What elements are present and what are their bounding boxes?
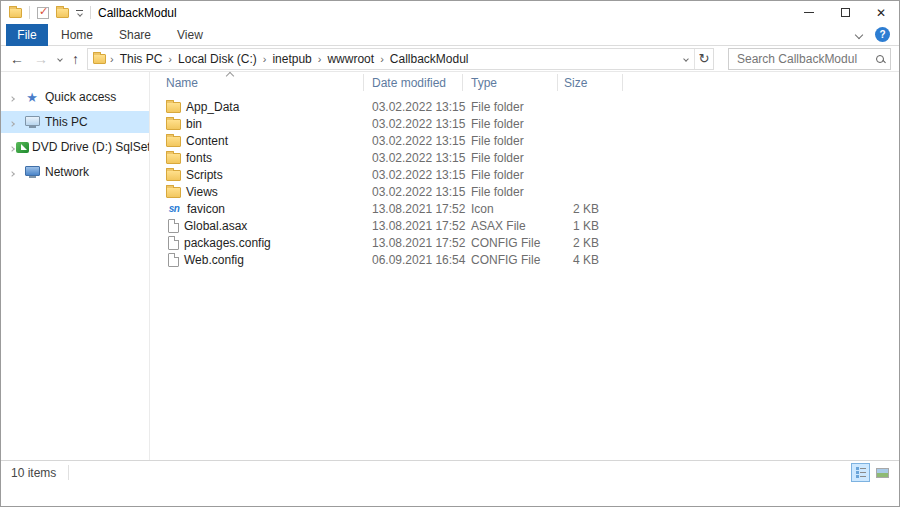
tab-view[interactable]: View xyxy=(164,24,216,46)
file-name-cell[interactable]: Global.asax xyxy=(151,219,364,233)
type-cell: ASAX File xyxy=(463,219,558,233)
file-name-cell[interactable]: snfavicon xyxy=(151,201,364,216)
tab-share[interactable]: Share xyxy=(106,24,164,46)
search-icon[interactable] xyxy=(876,55,884,63)
sidebar-item-label: Quick access xyxy=(45,90,116,104)
details-view-icon xyxy=(856,467,866,478)
table-row[interactable]: Scripts 03.02.2022 13:15 File folder xyxy=(151,166,899,183)
file-name: packages.config xyxy=(184,236,271,250)
breadcrumb-item[interactable]: This PC xyxy=(118,52,165,66)
type-cell: Icon xyxy=(463,202,558,216)
breadcrumb-item[interactable]: inetpub xyxy=(270,52,313,66)
new-folder-icon[interactable] xyxy=(56,8,69,18)
file-name-cell[interactable]: Web.config xyxy=(151,253,364,267)
type-cell: CONFIG File xyxy=(463,236,558,250)
divider xyxy=(29,6,30,19)
breadcrumb-item[interactable]: Local Disk (C:) xyxy=(176,52,259,66)
file-name-cell[interactable]: packages.config xyxy=(151,236,364,250)
address-dropdown-icon[interactable] xyxy=(677,49,694,69)
table-row[interactable]: Content 03.02.2022 13:15 File folder xyxy=(151,132,899,149)
navigation-pane: ★ Quick access This PC DVD Drive (D:) Sq… xyxy=(1,72,150,484)
divider xyxy=(68,465,69,480)
column-header-date-modified[interactable]: Date modified xyxy=(364,74,463,91)
address-bar[interactable]: › This PC › Local Disk (C:) › inetpub › … xyxy=(87,48,714,70)
items-count: 10 items xyxy=(1,466,56,480)
date-modified-cell: 06.09.2021 16:54 xyxy=(364,253,463,267)
file-name-cell[interactable]: Content xyxy=(151,134,364,148)
titlebar: CallbackModul ✕ xyxy=(1,1,899,24)
file-name-cell[interactable]: Scripts xyxy=(151,168,364,182)
file-name-cell[interactable]: bin xyxy=(151,117,364,131)
maximize-button[interactable] xyxy=(827,1,863,24)
search-input[interactable]: Search CallbackModul xyxy=(737,52,876,66)
column-header-size[interactable]: Size xyxy=(558,74,623,91)
breadcrumb-item[interactable]: CallbackModul xyxy=(388,52,471,66)
type-cell: File folder xyxy=(463,134,558,148)
file-type-icon xyxy=(166,170,181,181)
sidebar-item[interactable]: Network xyxy=(1,161,149,183)
recent-locations-dropdown-icon[interactable] xyxy=(57,56,63,62)
minimize-icon xyxy=(804,12,814,13)
table-row[interactable]: Web.config 06.09.2021 16:54 CONFIG File … xyxy=(151,251,899,268)
sidebar-item[interactable]: ★ Quick access xyxy=(1,86,149,108)
table-row[interactable]: fonts 03.02.2022 13:15 File folder xyxy=(151,149,899,166)
expand-chevron-icon[interactable] xyxy=(10,165,20,179)
size-cell: 4 KB xyxy=(558,253,623,267)
file-type-icon xyxy=(166,119,181,130)
type-cell: File folder xyxy=(463,185,558,199)
table-row[interactable]: packages.config 13.08.2021 17:52 CONFIG … xyxy=(151,234,899,251)
column-header-name[interactable]: Name xyxy=(151,74,364,91)
file-type-icon xyxy=(168,236,179,250)
forward-button[interactable]: → xyxy=(34,52,48,66)
table-row[interactable]: App_Data 03.02.2022 13:15 File folder xyxy=(151,98,899,115)
file-name: Global.asax xyxy=(184,219,247,233)
sidebar-item[interactable]: This PC xyxy=(1,111,149,133)
file-name-cell[interactable]: App_Data xyxy=(151,100,364,114)
table-row[interactable]: Views 03.02.2022 13:15 File folder xyxy=(151,183,899,200)
table-row[interactable]: snfavicon 13.08.2021 17:52 Icon 2 KB xyxy=(151,200,899,217)
type-cell: File folder xyxy=(463,100,558,114)
file-name-cell[interactable]: fonts xyxy=(151,151,364,165)
expand-chevron-icon[interactable] xyxy=(10,140,14,154)
date-modified-cell: 03.02.2022 13:15 xyxy=(364,151,463,165)
details-view-button[interactable] xyxy=(851,463,870,482)
tab-file[interactable]: File xyxy=(6,24,48,46)
breadcrumb-separator-icon: › xyxy=(376,53,388,65)
table-row[interactable]: Global.asax 13.08.2021 17:52 ASAX File 1… xyxy=(151,217,899,234)
address-bar-controls: ↻ xyxy=(677,49,713,69)
breadcrumb-item[interactable]: wwwroot xyxy=(325,52,376,66)
thumbnails-view-button[interactable] xyxy=(873,463,892,482)
minimize-button[interactable] xyxy=(791,1,827,24)
tab-home[interactable]: Home xyxy=(48,24,106,46)
file-name-cell[interactable]: Views xyxy=(151,185,364,199)
file-type-icon: sn xyxy=(166,201,182,216)
sidebar-item-icon xyxy=(22,116,42,129)
date-modified-cell: 13.08.2021 17:52 xyxy=(364,236,463,250)
sidebar-item-label: This PC xyxy=(45,115,88,129)
close-button[interactable]: ✕ xyxy=(863,1,899,24)
sidebar-item[interactable]: DVD Drive (D:) SqlSetup_xt xyxy=(1,136,149,158)
sidebar-item-icon xyxy=(22,166,42,179)
expand-chevron-icon[interactable] xyxy=(10,90,20,104)
help-icon[interactable]: ? xyxy=(875,27,890,42)
collapse-ribbon-icon[interactable] xyxy=(855,30,863,38)
size-cell: 2 KB xyxy=(558,202,623,216)
file-type-icon xyxy=(166,153,181,164)
type-cell: File folder xyxy=(463,151,558,165)
search-box[interactable]: Search CallbackModul xyxy=(728,48,891,70)
column-header-type[interactable]: Type xyxy=(463,74,558,91)
properties-checkbox-icon[interactable] xyxy=(37,7,49,19)
file-type-icon xyxy=(166,102,181,113)
expand-chevron-icon[interactable] xyxy=(10,115,20,129)
back-button[interactable]: ← xyxy=(10,52,24,66)
file-name: Web.config xyxy=(184,253,244,267)
nav-buttons: ← → ↑ xyxy=(1,52,87,66)
customize-toolbar-dropdown-icon[interactable] xyxy=(76,10,83,16)
explorer-window: CallbackModul ✕ File Home Share View ? ←… xyxy=(0,0,900,507)
size-cell: 1 KB xyxy=(558,219,623,233)
ribbon-right-controls: ? xyxy=(856,27,890,42)
up-button[interactable]: ↑ xyxy=(72,52,79,66)
breadcrumb-separator-icon: › xyxy=(164,53,176,65)
table-row[interactable]: bin 03.02.2022 13:15 File folder xyxy=(151,115,899,132)
refresh-icon[interactable]: ↻ xyxy=(694,49,713,69)
